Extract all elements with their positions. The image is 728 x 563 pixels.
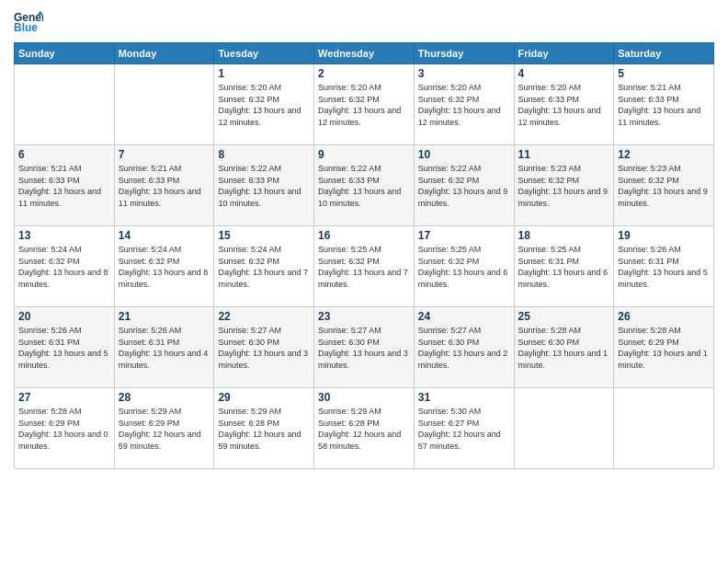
calendar-cell: 27Sunrise: 5:28 AMSunset: 6:29 PMDayligh… [15, 388, 115, 469]
weekday-header-row: SundayMondayTuesdayWednesdayThursdayFrid… [15, 43, 714, 64]
calendar-table: SundayMondayTuesdayWednesdayThursdayFrid… [14, 42, 714, 469]
day-info: Sunrise: 5:26 AMSunset: 6:31 PMDaylight:… [18, 325, 110, 371]
day-number: 1 [218, 67, 310, 80]
weekday-header-thursday: Thursday [414, 43, 514, 64]
calendar-cell: 12Sunrise: 5:23 AMSunset: 6:32 PMDayligh… [614, 145, 714, 226]
day-info: Sunrise: 5:29 AMSunset: 6:28 PMDaylight:… [218, 406, 310, 452]
calendar-cell: 1Sunrise: 5:20 AMSunset: 6:32 PMDaylight… [214, 64, 314, 145]
day-info: Sunrise: 5:26 AMSunset: 6:31 PMDaylight:… [618, 244, 710, 290]
calendar-week-row: 13Sunrise: 5:24 AMSunset: 6:32 PMDayligh… [15, 226, 714, 307]
calendar-cell [15, 64, 115, 145]
day-number: 27 [18, 391, 110, 404]
day-number: 11 [518, 148, 610, 161]
weekday-header-wednesday: Wednesday [314, 43, 415, 64]
day-info: Sunrise: 5:22 AMSunset: 6:33 PMDaylight:… [318, 163, 410, 209]
day-info: Sunrise: 5:27 AMSunset: 6:30 PMDaylight:… [318, 325, 410, 371]
svg-text:Blue: Blue [14, 21, 38, 34]
day-number: 22 [218, 310, 310, 323]
day-number: 15 [218, 229, 310, 242]
day-info: Sunrise: 5:28 AMSunset: 6:30 PMDaylight:… [518, 325, 610, 371]
day-info: Sunrise: 5:25 AMSunset: 6:31 PMDaylight:… [518, 244, 610, 290]
calendar-cell: 20Sunrise: 5:26 AMSunset: 6:31 PMDayligh… [15, 307, 115, 388]
day-number: 4 [518, 67, 610, 80]
day-info: Sunrise: 5:28 AMSunset: 6:29 PMDaylight:… [618, 325, 710, 371]
day-info: Sunrise: 5:28 AMSunset: 6:29 PMDaylight:… [18, 406, 110, 452]
day-number: 3 [418, 67, 510, 80]
calendar-cell: 15Sunrise: 5:24 AMSunset: 6:32 PMDayligh… [214, 226, 314, 307]
calendar-cell: 3Sunrise: 5:20 AMSunset: 6:32 PMDaylight… [414, 64, 514, 145]
calendar-cell: 29Sunrise: 5:29 AMSunset: 6:28 PMDayligh… [214, 388, 314, 469]
weekday-header-tuesday: Tuesday [214, 43, 314, 64]
calendar-cell [514, 388, 614, 469]
calendar-cell: 9Sunrise: 5:22 AMSunset: 6:33 PMDaylight… [314, 145, 415, 226]
day-number: 17 [418, 229, 510, 242]
logo: General Blue [14, 9, 43, 35]
calendar-cell: 23Sunrise: 5:27 AMSunset: 6:30 PMDayligh… [314, 307, 415, 388]
calendar-cell: 16Sunrise: 5:25 AMSunset: 6:32 PMDayligh… [314, 226, 415, 307]
calendar-cell: 17Sunrise: 5:25 AMSunset: 6:32 PMDayligh… [414, 226, 514, 307]
weekday-header-saturday: Saturday [614, 43, 714, 64]
day-info: Sunrise: 5:25 AMSunset: 6:32 PMDaylight:… [418, 244, 510, 290]
day-number: 25 [518, 310, 610, 323]
day-info: Sunrise: 5:22 AMSunset: 6:33 PMDaylight:… [218, 163, 310, 209]
day-number: 10 [418, 148, 510, 161]
weekday-header-friday: Friday [514, 43, 614, 64]
day-info: Sunrise: 5:20 AMSunset: 6:33 PMDaylight:… [518, 82, 610, 128]
calendar-cell: 11Sunrise: 5:23 AMSunset: 6:32 PMDayligh… [514, 145, 614, 226]
day-number: 14 [119, 229, 210, 242]
day-number: 8 [218, 148, 310, 161]
day-number: 21 [119, 310, 210, 323]
day-number: 12 [618, 148, 710, 161]
day-info: Sunrise: 5:23 AMSunset: 6:32 PMDaylight:… [618, 163, 710, 209]
day-number: 24 [418, 310, 510, 323]
calendar-cell: 2Sunrise: 5:20 AMSunset: 6:32 PMDaylight… [314, 64, 415, 145]
day-number: 26 [618, 310, 710, 323]
day-info: Sunrise: 5:30 AMSunset: 6:27 PMDaylight:… [418, 406, 510, 452]
day-info: Sunrise: 5:29 AMSunset: 6:29 PMDaylight:… [119, 406, 210, 452]
day-info: Sunrise: 5:24 AMSunset: 6:32 PMDaylight:… [119, 244, 210, 290]
day-number: 28 [119, 391, 210, 404]
calendar-cell: 6Sunrise: 5:21 AMSunset: 6:33 PMDaylight… [15, 145, 115, 226]
logo-icon: General Blue [14, 9, 43, 35]
day-info: Sunrise: 5:20 AMSunset: 6:32 PMDaylight:… [318, 82, 410, 128]
day-info: Sunrise: 5:27 AMSunset: 6:30 PMDaylight:… [418, 325, 510, 371]
weekday-header-monday: Monday [114, 43, 214, 64]
calendar-cell: 28Sunrise: 5:29 AMSunset: 6:29 PMDayligh… [114, 388, 214, 469]
calendar-cell: 22Sunrise: 5:27 AMSunset: 6:30 PMDayligh… [214, 307, 314, 388]
weekday-header-sunday: Sunday [15, 43, 115, 64]
calendar-week-row: 6Sunrise: 5:21 AMSunset: 6:33 PMDaylight… [15, 145, 714, 226]
day-number: 13 [18, 229, 110, 242]
calendar-cell: 30Sunrise: 5:29 AMSunset: 6:28 PMDayligh… [314, 388, 415, 469]
day-number: 30 [318, 391, 410, 404]
day-number: 19 [618, 229, 710, 242]
calendar-cell: 4Sunrise: 5:20 AMSunset: 6:33 PMDaylight… [514, 64, 614, 145]
calendar-cell: 10Sunrise: 5:22 AMSunset: 6:32 PMDayligh… [414, 145, 514, 226]
calendar-cell: 25Sunrise: 5:28 AMSunset: 6:30 PMDayligh… [514, 307, 614, 388]
calendar-cell: 18Sunrise: 5:25 AMSunset: 6:31 PMDayligh… [514, 226, 614, 307]
calendar-cell: 21Sunrise: 5:26 AMSunset: 6:31 PMDayligh… [114, 307, 214, 388]
calendar-cell: 8Sunrise: 5:22 AMSunset: 6:33 PMDaylight… [214, 145, 314, 226]
day-number: 9 [318, 148, 410, 161]
calendar-cell: 26Sunrise: 5:28 AMSunset: 6:29 PMDayligh… [614, 307, 714, 388]
day-info: Sunrise: 5:25 AMSunset: 6:32 PMDaylight:… [318, 244, 410, 290]
day-info: Sunrise: 5:22 AMSunset: 6:32 PMDaylight:… [418, 163, 510, 209]
calendar-cell: 5Sunrise: 5:21 AMSunset: 6:33 PMDaylight… [614, 64, 714, 145]
calendar-cell: 19Sunrise: 5:26 AMSunset: 6:31 PMDayligh… [614, 226, 714, 307]
day-info: Sunrise: 5:23 AMSunset: 6:32 PMDaylight:… [518, 163, 610, 209]
day-number: 20 [18, 310, 110, 323]
day-number: 6 [18, 148, 110, 161]
day-number: 23 [318, 310, 410, 323]
calendar-cell: 14Sunrise: 5:24 AMSunset: 6:32 PMDayligh… [114, 226, 214, 307]
day-info: Sunrise: 5:21 AMSunset: 6:33 PMDaylight:… [119, 163, 210, 209]
day-info: Sunrise: 5:21 AMSunset: 6:33 PMDaylight:… [18, 163, 110, 209]
day-info: Sunrise: 5:27 AMSunset: 6:30 PMDaylight:… [218, 325, 310, 371]
day-info: Sunrise: 5:26 AMSunset: 6:31 PMDaylight:… [119, 325, 210, 371]
day-number: 29 [218, 391, 310, 404]
day-number: 18 [518, 229, 610, 242]
day-info: Sunrise: 5:24 AMSunset: 6:32 PMDaylight:… [218, 244, 310, 290]
calendar-cell: 24Sunrise: 5:27 AMSunset: 6:30 PMDayligh… [414, 307, 514, 388]
day-info: Sunrise: 5:24 AMSunset: 6:32 PMDaylight:… [18, 244, 110, 290]
day-info: Sunrise: 5:29 AMSunset: 6:28 PMDaylight:… [318, 406, 410, 452]
day-number: 5 [618, 67, 710, 80]
calendar-week-row: 27Sunrise: 5:28 AMSunset: 6:29 PMDayligh… [15, 388, 714, 469]
